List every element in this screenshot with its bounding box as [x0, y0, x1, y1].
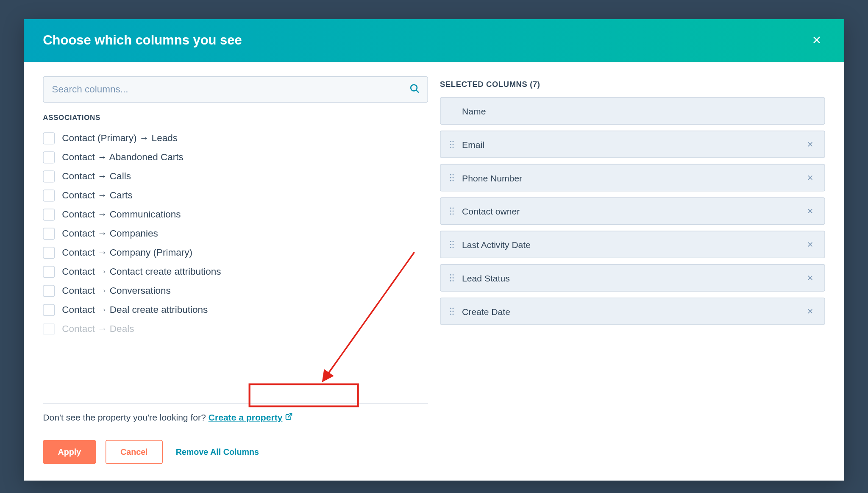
remove-column-button[interactable]	[804, 205, 816, 217]
association-label: Contact → Abandoned Carts	[62, 152, 184, 163]
association-row[interactable]: Contact → Contact create attributions	[43, 262, 428, 281]
svg-point-16	[453, 177, 454, 178]
association-row[interactable]: Contact → Abandoned Carts	[43, 148, 428, 167]
svg-point-15	[450, 177, 451, 178]
svg-point-28	[453, 244, 454, 245]
svg-point-33	[450, 277, 451, 279]
association-label: Contact → Calls	[62, 171, 131, 182]
svg-point-41	[450, 314, 451, 315]
remove-column-button[interactable]	[804, 138, 816, 150]
modal-body: Associations Contact (Primary) → LeadsCo…	[24, 62, 844, 426]
svg-point-35	[450, 280, 451, 281]
search-wrap	[43, 76, 428, 103]
svg-point-40	[453, 311, 454, 312]
svg-point-36	[453, 280, 454, 281]
modal-footer: Apply Cancel Remove All Columns	[24, 426, 844, 480]
selected-column-item[interactable]: Create Date	[440, 298, 825, 325]
svg-point-31	[450, 274, 451, 276]
selected-columns-header: SELECTED COLUMNS (7)	[440, 80, 825, 89]
remove-column-button[interactable]	[804, 305, 816, 317]
association-row[interactable]: Contact → Communications	[43, 205, 428, 224]
search-input[interactable]	[43, 76, 428, 103]
selected-column-item[interactable]: Lead Status	[440, 264, 825, 292]
association-checkbox[interactable]	[43, 151, 55, 163]
selected-column-label: Email	[462, 139, 804, 149]
svg-point-38	[453, 308, 454, 309]
svg-point-37	[450, 308, 451, 309]
association-row[interactable]: Contact (Primary) → Leads	[43, 129, 428, 148]
association-checkbox[interactable]	[43, 323, 55, 335]
association-row[interactable]: Contact → Conversations	[43, 281, 428, 301]
drag-handle-icon[interactable]	[449, 307, 455, 315]
association-label: Contact → Conversations	[62, 286, 170, 296]
selected-column-item[interactable]: Last Activity Date	[440, 231, 825, 258]
svg-point-42	[453, 314, 454, 315]
svg-point-30	[453, 247, 454, 248]
association-row[interactable]: Contact → Calls	[43, 167, 428, 186]
svg-point-18	[453, 180, 454, 181]
drag-handle-icon[interactable]	[449, 207, 455, 215]
selected-column-label: Last Activity Date	[462, 240, 804, 250]
selected-column-label: Create Date	[462, 306, 804, 316]
available-columns-panel: Associations Contact (Primary) → LeadsCo…	[43, 76, 428, 426]
association-checkbox[interactable]	[43, 170, 55, 182]
association-checkbox[interactable]	[43, 189, 55, 201]
association-checkbox[interactable]	[43, 247, 55, 259]
remove-column-button[interactable]	[804, 272, 816, 284]
selected-column-item[interactable]: Contact owner	[440, 198, 825, 225]
column-selector-modal: Choose which columns you see Association…	[24, 19, 844, 481]
association-label: Contact → Deals	[62, 324, 134, 334]
selected-column-item[interactable]: Phone Number	[440, 164, 825, 192]
modal-header: Choose which columns you see	[24, 19, 844, 62]
svg-point-19	[450, 207, 451, 209]
svg-point-22	[453, 211, 454, 212]
remove-column-button[interactable]	[804, 239, 816, 251]
drag-handle-icon[interactable]	[449, 274, 455, 282]
svg-point-34	[453, 277, 454, 279]
svg-point-14	[453, 174, 454, 175]
svg-point-25	[450, 241, 451, 242]
association-checkbox[interactable]	[43, 285, 55, 297]
remove-column-button[interactable]	[804, 172, 816, 184]
svg-point-27	[450, 244, 451, 245]
association-label: Contact → Company (Primary)	[62, 248, 192, 258]
selected-column-label: Contact owner	[462, 206, 804, 216]
drag-handle-icon[interactable]	[449, 173, 455, 182]
associations-list: Contact (Primary) → LeadsContact → Aband…	[43, 129, 428, 401]
svg-point-21	[450, 211, 451, 212]
svg-point-39	[450, 311, 451, 312]
association-label: Contact → Companies	[62, 228, 158, 239]
apply-button[interactable]: Apply	[43, 440, 96, 464]
selected-column-label: Name	[462, 106, 804, 116]
cancel-button[interactable]: Cancel	[106, 440, 163, 464]
svg-point-13	[450, 174, 451, 175]
association-checkbox[interactable]	[43, 209, 55, 220]
association-checkbox[interactable]	[43, 228, 55, 240]
svg-point-26	[453, 241, 454, 242]
create-property-row: Don't see the property you're looking fo…	[43, 403, 428, 426]
drag-handle-icon[interactable]	[449, 140, 455, 149]
association-row[interactable]: Contact → Deals	[43, 320, 428, 339]
selected-columns-panel: SELECTED COLUMNS (7) NameEmailPhone Numb…	[440, 76, 825, 426]
svg-point-8	[453, 141, 454, 142]
remove-all-columns-button[interactable]: Remove All Columns	[176, 447, 259, 457]
selected-column-item[interactable]: Email	[440, 131, 825, 158]
association-checkbox[interactable]	[43, 266, 55, 278]
svg-point-32	[453, 274, 454, 276]
selected-columns-list: NameEmailPhone NumberContact ownerLast A…	[440, 97, 825, 325]
svg-point-20	[453, 207, 454, 209]
drag-handle-icon[interactable]	[449, 240, 455, 249]
create-property-link[interactable]: Create a property	[209, 412, 293, 422]
svg-point-23	[450, 214, 451, 215]
create-property-link-text: Create a property	[209, 412, 283, 422]
association-row[interactable]: Contact → Companies	[43, 224, 428, 243]
association-checkbox[interactable]	[43, 304, 55, 316]
close-button[interactable]	[808, 32, 825, 49]
association-label: Contact → Deal create attributions	[62, 305, 208, 315]
svg-point-17	[450, 180, 451, 181]
association-row[interactable]: Contact → Carts	[43, 186, 428, 205]
associations-section-label: Associations	[43, 113, 428, 122]
association-row[interactable]: Contact → Deal create attributions	[43, 301, 428, 320]
association-row[interactable]: Contact → Company (Primary)	[43, 243, 428, 262]
association-checkbox[interactable]	[43, 132, 55, 144]
